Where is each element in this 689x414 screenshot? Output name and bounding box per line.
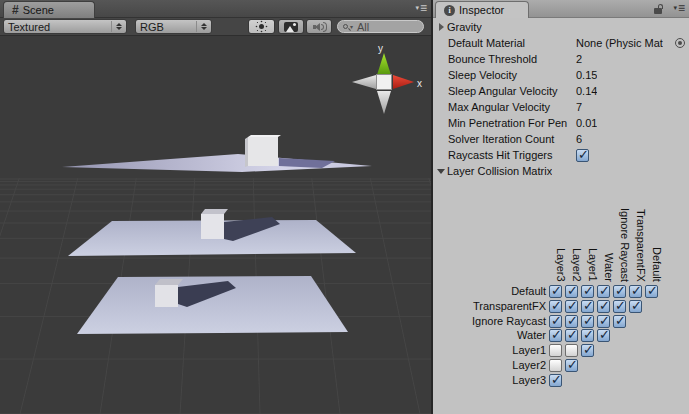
- matrix-checkbox-transparentfx-x-water[interactable]: [597, 300, 610, 313]
- grid-icon: #: [12, 3, 19, 17]
- matrix-row-label: Layer2: [433, 359, 549, 371]
- inspector-body: GravityDefault MaterialNone (Physic MatB…: [433, 18, 689, 414]
- property-label: Bounce Threshold: [448, 53, 576, 65]
- matrix-checkbox-water-x-layer1[interactable]: [581, 329, 594, 342]
- tab-inspector[interactable]: i Inspector: [435, 1, 529, 18]
- cube-top-left-face: [245, 137, 248, 167]
- matrix-column-label-ignore-raycast: Ignore Raycast: [615, 208, 631, 282]
- matrix-checkbox-layer2-x-layer2[interactable]: [565, 359, 578, 372]
- scene-panel: # Scene ▾ ≡ Textured RGB: [0, 0, 431, 414]
- color-mode-label: RGB: [140, 21, 164, 33]
- speaker-icon: [312, 22, 326, 32]
- matrix-column-label-transparentfx: TransparentFX: [631, 209, 647, 282]
- magnifier-icon: [343, 24, 348, 29]
- property-label: Min Penetration For Pen: [448, 117, 576, 129]
- matrix-row-transparentfx: TransparentFX: [433, 299, 689, 313]
- matrix-checkbox-ignore raycast-x-ignore-raycast[interactable]: [613, 315, 626, 328]
- matrix-checkbox-default-x-default[interactable]: [645, 285, 658, 298]
- property-value[interactable]: 0.15: [576, 69, 597, 81]
- matrix-checkbox-layer2-x-layer3[interactable]: [549, 359, 562, 372]
- object-field-value[interactable]: None (Physic Mat: [576, 37, 663, 49]
- info-icon: i: [444, 5, 455, 16]
- cube-top-top-face: [248, 135, 281, 137]
- checkbox-raycasts-hit-triggers[interactable]: [576, 149, 589, 162]
- foldout-arrow-icon[interactable]: [435, 169, 447, 174]
- matrix-column-label-layer3: Layer3: [551, 248, 567, 282]
- matrix-row-layer1: Layer1: [433, 343, 689, 357]
- lock-icon[interactable]: [653, 4, 665, 15]
- object-picker-icon[interactable]: [675, 38, 685, 48]
- property-row-layer-collision-matrix: Layer Collision Matrix: [433, 163, 689, 179]
- property-value[interactable]: 0.01: [576, 117, 597, 129]
- property-row-sleep-velocity: Sleep Velocity0.15: [433, 67, 689, 83]
- matrix-row-label: Layer3: [433, 374, 549, 386]
- property-value[interactable]: 7: [576, 101, 582, 113]
- tab-scene[interactable]: # Scene: [3, 1, 95, 18]
- matrix-checkbox-transparentfx-x-transparentfx[interactable]: [629, 300, 642, 313]
- matrix-checkbox-default-x-layer2[interactable]: [565, 285, 578, 298]
- gizmo-center-cube[interactable]: [377, 75, 392, 90]
- lighting-toggle-button[interactable]: [248, 19, 275, 34]
- matrix-checkbox-transparentfx-x-ignore-raycast[interactable]: [613, 300, 626, 313]
- inspector-tabstrip: i Inspector ▾ ≡: [433, 0, 689, 18]
- property-row-bounce-threshold: Bounce Threshold2: [433, 51, 689, 67]
- cube-top[interactable]: [248, 137, 278, 166]
- matrix-checkbox-transparentfx-x-layer3[interactable]: [549, 300, 562, 313]
- matrix-column-label-default: Default: [647, 247, 663, 282]
- property-row-gravity: Gravity: [433, 19, 689, 35]
- inspector-tab-label: Inspector: [459, 4, 504, 16]
- matrix-row-label: TransparentFX: [433, 300, 549, 312]
- property-row-raycasts-hit-triggers: Raycasts Hit Triggers: [433, 147, 689, 163]
- chevron-down-icon: ▾: [673, 3, 677, 13]
- property-label: Sleep Angular Velocity: [448, 85, 576, 97]
- matrix-checkbox-transparentfx-x-layer2[interactable]: [565, 300, 578, 313]
- property-row-min-penetration-for-pen: Min Penetration For Pen0.01: [433, 115, 689, 131]
- matrix-checkbox-layer3-x-layer3[interactable]: [549, 374, 562, 387]
- property-row-max-angular-velocity: Max Angular Velocity7: [433, 99, 689, 115]
- property-row-solver-iteration-count: Solver Iteration Count6: [433, 131, 689, 147]
- foldout-arrow-icon[interactable]: [435, 23, 447, 31]
- dropdown-arrows-icon: [196, 21, 207, 32]
- matrix-column-label-water: Water: [599, 253, 615, 282]
- matrix-checkbox-default-x-layer1[interactable]: [581, 285, 594, 298]
- matrix-checkbox-default-x-water[interactable]: [597, 285, 610, 298]
- draw-mode-label: Textured: [8, 21, 50, 33]
- property-value[interactable]: 6: [576, 133, 582, 145]
- matrix-checkbox-water-x-layer3[interactable]: [549, 329, 562, 342]
- scene-panel-menu-icon[interactable]: ▾ ≡: [415, 3, 427, 13]
- cube-middle-top-face: [201, 209, 228, 214]
- audio-toggle-button[interactable]: [306, 19, 332, 34]
- inspector-panel-menu-icon[interactable]: ▾ ≡: [673, 3, 685, 13]
- matrix-checkbox-layer1-x-layer1[interactable]: [581, 344, 594, 357]
- matrix-row-layer3: Layer3: [433, 373, 689, 387]
- property-row-default-material: Default MaterialNone (Physic Mat: [433, 35, 689, 51]
- matrix-checkbox-water-x-layer2[interactable]: [565, 329, 578, 342]
- cube-middle[interactable]: [201, 214, 224, 239]
- matrix-checkbox-transparentfx-x-layer1[interactable]: [581, 300, 594, 313]
- render-effects-button[interactable]: [278, 19, 304, 34]
- gizmo-x-label: x: [417, 78, 422, 89]
- property-label: Default Material: [448, 37, 576, 49]
- matrix-row-label: Layer1: [433, 344, 549, 356]
- property-value[interactable]: 0.14: [576, 85, 597, 97]
- color-mode-dropdown[interactable]: RGB: [135, 19, 212, 34]
- search-input[interactable]: ▾ All: [337, 20, 424, 33]
- matrix-checkbox-default-x-ignore-raycast[interactable]: [613, 285, 626, 298]
- matrix-checkbox-layer1-x-layer2[interactable]: [565, 344, 578, 357]
- cube-bottom[interactable]: [155, 285, 178, 307]
- matrix-column-label-layer2: Layer2: [567, 248, 583, 282]
- scene-viewport[interactable]: y x: [0, 36, 431, 414]
- matrix-checkbox-default-x-transparentfx[interactable]: [629, 285, 642, 298]
- matrix-checkbox-water-x-water[interactable]: [597, 329, 610, 342]
- menu-icon: ≡: [420, 3, 427, 13]
- matrix-column-label-layer1: Layer1: [583, 248, 599, 282]
- gizmo-y-label: y: [378, 43, 383, 54]
- property-label: Sleep Velocity: [448, 69, 576, 81]
- matrix-row-layer2: Layer2: [433, 358, 689, 372]
- draw-mode-dropdown[interactable]: Textured: [3, 19, 127, 34]
- property-value[interactable]: 2: [576, 53, 582, 65]
- matrix-checkbox-layer1-x-layer3[interactable]: [549, 344, 562, 357]
- matrix-row-label: Water: [433, 329, 549, 341]
- property-label: Raycasts Hit Triggers: [448, 149, 576, 161]
- matrix-checkbox-default-x-layer3[interactable]: [549, 285, 562, 298]
